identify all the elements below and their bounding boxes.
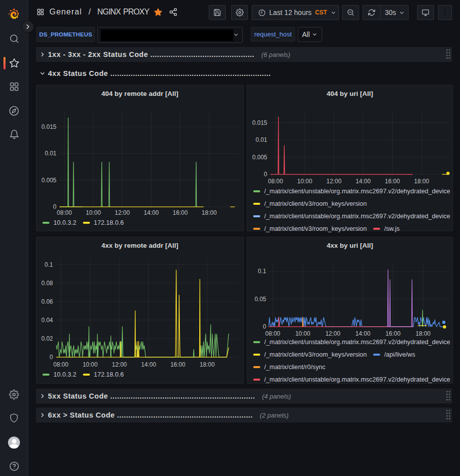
svg-text:08:00: 08:00 <box>57 209 72 216</box>
svg-text:14:00: 14:00 <box>144 209 159 216</box>
svg-text:14:00: 14:00 <box>356 178 371 185</box>
svg-text:16:00: 16:00 <box>173 209 188 216</box>
svg-text:0.01: 0.01 <box>256 136 268 143</box>
svg-text:0.01: 0.01 <box>45 150 57 157</box>
svg-text:08:00: 08:00 <box>53 361 68 368</box>
svg-text:0.005: 0.005 <box>41 177 56 184</box>
svg-text:08:00: 08:00 <box>268 178 283 185</box>
svg-text:0: 0 <box>53 203 56 210</box>
svg-text:0.1: 0.1 <box>258 268 266 275</box>
svg-text:18:00: 18:00 <box>202 209 217 216</box>
svg-text:0.04: 0.04 <box>41 317 53 324</box>
svg-text:0.015: 0.015 <box>252 119 267 126</box>
svg-text:0.06: 0.06 <box>41 298 53 305</box>
svg-text:0.1: 0.1 <box>44 261 53 268</box>
svg-text:12:00: 12:00 <box>327 178 342 185</box>
svg-text:10:00: 10:00 <box>86 209 101 216</box>
svg-text:16:00: 16:00 <box>385 178 400 185</box>
svg-text:12:00: 12:00 <box>115 209 130 216</box>
svg-text:16:00: 16:00 <box>170 361 185 368</box>
svg-text:0.015: 0.015 <box>41 123 56 130</box>
svg-text:10:00: 10:00 <box>297 178 312 185</box>
svg-text:0.02: 0.02 <box>41 335 53 342</box>
svg-text:0: 0 <box>263 323 266 330</box>
svg-text:0.05: 0.05 <box>255 296 267 303</box>
svg-text:0.005: 0.005 <box>252 154 267 161</box>
svg-text:14:00: 14:00 <box>141 361 156 368</box>
svg-text:18:00: 18:00 <box>414 178 429 185</box>
svg-text:18:00: 18:00 <box>200 361 215 368</box>
svg-text:0: 0 <box>264 171 267 178</box>
svg-text:12:00: 12:00 <box>112 361 127 368</box>
svg-text:0: 0 <box>49 354 53 361</box>
svg-text:0.08: 0.08 <box>41 280 53 287</box>
svg-text:10:00: 10:00 <box>82 361 97 368</box>
